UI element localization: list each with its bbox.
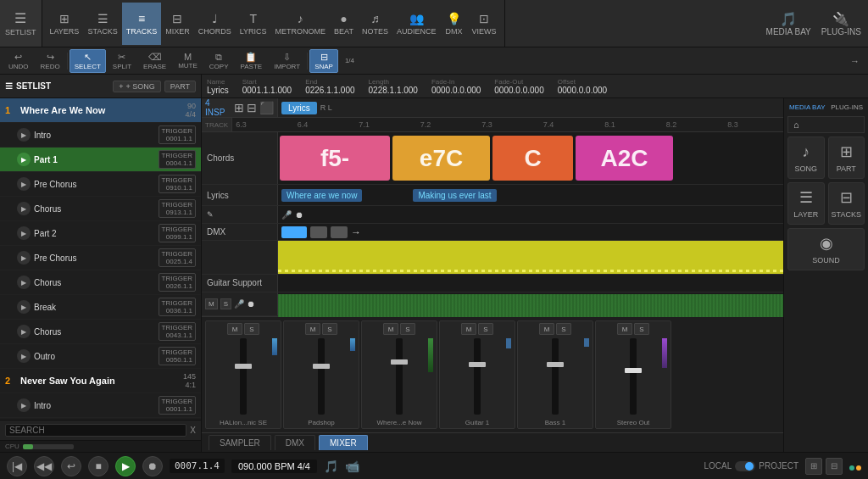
dmx-track-content[interactable]: → bbox=[278, 224, 783, 241]
stereoout-m-btn[interactable]: M bbox=[617, 323, 632, 335]
guitar1-s-btn[interactable]: S bbox=[478, 323, 493, 335]
toolbar-views[interactable]: ⊡VIEWS bbox=[467, 3, 500, 45]
erase-btn[interactable]: ⌫ERASE bbox=[138, 49, 171, 73]
part-play-chorus2[interactable]: ▶ bbox=[17, 276, 31, 289]
bass1-s-btn[interactable]: S bbox=[556, 323, 571, 335]
guitar-m-btn[interactable]: M bbox=[205, 298, 218, 309]
padshop-fader-handle[interactable] bbox=[313, 364, 330, 369]
transport-back-to-start[interactable]: |◀ bbox=[7, 456, 27, 476]
part-play-chorus1[interactable]: ▶ bbox=[17, 202, 31, 215]
part-play-intro[interactable]: ▶ bbox=[17, 128, 31, 142]
part-play-break[interactable]: ▶ bbox=[17, 300, 31, 314]
toolbar-stacks[interactable]: ☰STACKS bbox=[83, 3, 121, 45]
copy-btn[interactable]: ⧉COPY bbox=[204, 49, 234, 73]
toolbar-mixer[interactable]: ⊟MIXER bbox=[161, 3, 194, 45]
media-bay-section[interactable]: 🎵 MEDIA BAY 🔌 PLUG-INS bbox=[760, 0, 868, 47]
transport-video-icon[interactable]: 📹 bbox=[345, 460, 359, 473]
part-item-break[interactable]: ▶ Break TRIGGER0036.1.1 bbox=[0, 295, 201, 320]
part-item-prechorus1[interactable]: ▶ Pre Chorus TRIGGER0910.1.1 bbox=[0, 172, 201, 197]
part-media-btn[interactable]: ⊞ PART bbox=[828, 136, 865, 179]
toolbar-chords[interactable]: ♩CHORDS bbox=[194, 3, 236, 45]
select-btn[interactable]: ↖SELECT bbox=[70, 49, 106, 73]
chords-track-content[interactable]: f5- e7C C A2C bbox=[278, 132, 783, 183]
part-item-s2-intro[interactable]: ▶ Intro TRIGGER0001.1.1 bbox=[0, 393, 201, 418]
part-item-chorus2[interactable]: ▶ Chorus TRIGGER0026.1.1 bbox=[0, 270, 201, 295]
song-item-2[interactable]: 2 Never Saw You Again 1454:1 bbox=[0, 369, 201, 393]
track-highlight-icon[interactable]: ⬛ bbox=[259, 101, 274, 114]
lyric-clip-1[interactable]: Where are we now bbox=[281, 189, 362, 202]
quantize-btn[interactable]: 1/4 bbox=[340, 54, 359, 67]
view-btn-2[interactable]: ⊟ bbox=[826, 458, 843, 475]
part-item-chorus1[interactable]: ▶ Chorus TRIGGER0913.1.1 bbox=[0, 197, 201, 221]
dmx-ctrl-block2[interactable] bbox=[310, 226, 327, 238]
toolbar-audience[interactable]: 👥AUDIENCE bbox=[392, 3, 441, 45]
media-bay-btn[interactable]: 🎵 MEDIA BAY bbox=[766, 11, 811, 36]
undo-btn[interactable]: ↩UNDO bbox=[3, 49, 34, 73]
dmx-ctrl-block3[interactable] bbox=[331, 226, 348, 238]
transport-rewind[interactable]: ◀◀ bbox=[34, 456, 54, 476]
guitar1-fader-handle[interactable] bbox=[469, 362, 486, 367]
sound-media-btn[interactable]: ◉ SOUND bbox=[787, 228, 865, 270]
wherenow-m-btn[interactable]: M bbox=[383, 323, 398, 335]
transport-back[interactable]: ↩ bbox=[61, 456, 81, 476]
transport-record[interactable]: ⏺ bbox=[142, 456, 163, 476]
guitar-waveform-content[interactable] bbox=[278, 294, 783, 317]
chord-block-3[interactable]: C bbox=[492, 136, 573, 180]
add-part-button[interactable]: PART bbox=[164, 81, 196, 92]
transport-play[interactable]: ▶ bbox=[115, 456, 136, 476]
import-btn[interactable]: ⇩IMPORT bbox=[269, 49, 305, 73]
padshop-m-btn[interactable]: M bbox=[305, 323, 320, 335]
halion-fader-handle[interactable] bbox=[235, 364, 252, 369]
home-icon[interactable]: ⌂ bbox=[793, 120, 799, 130]
stacks-media-btn[interactable]: ⊟ STACKS bbox=[828, 182, 865, 225]
mic-icon[interactable]: 🎤 bbox=[281, 210, 292, 220]
mute-btn[interactable]: MMUTE bbox=[173, 49, 203, 72]
lyric-clip-2[interactable]: Making us ever last bbox=[413, 189, 496, 202]
toolbar-beat[interactable]: ●BEAT bbox=[330, 3, 358, 45]
chord-block-2[interactable]: e7C bbox=[392, 136, 490, 180]
search-clear-btn[interactable]: X bbox=[190, 426, 196, 435]
bass1-m-btn[interactable]: M bbox=[539, 323, 554, 335]
part-play-chorus3[interactable]: ▶ bbox=[17, 325, 31, 338]
toolbar-notes[interactable]: ♬NOTES bbox=[358, 3, 392, 45]
lyrics-track-content[interactable]: Where are we now Making us ever last bbox=[278, 185, 783, 205]
track-ctrl-icon2[interactable]: ⊟ bbox=[247, 101, 257, 114]
dmx-tab[interactable]: DMX bbox=[275, 435, 315, 450]
mixer-tab[interactable]: MIXER bbox=[319, 435, 368, 450]
part-play-outro[interactable]: ▶ bbox=[17, 349, 31, 363]
wherenow-s-btn[interactable]: S bbox=[400, 323, 415, 335]
setlist-scroll[interactable]: 1 Where Are We Now 904/4 ▶ Intro TRIGGER… bbox=[0, 98, 201, 420]
halion-m-btn[interactable]: M bbox=[227, 323, 242, 335]
lyrics-clip[interactable]: Lyrics bbox=[281, 102, 317, 114]
dmx-ctrl-block1[interactable] bbox=[281, 226, 307, 238]
toolbar-tracks[interactable]: ≡TRACKS bbox=[122, 3, 162, 45]
part-play-prechorus2[interactable]: ▶ bbox=[17, 251, 31, 265]
part-item-part1[interactable]: ▶ Part 1 TRIGGER0004.1.1 bbox=[0, 148, 201, 172]
paste-btn[interactable]: 📋PASTE bbox=[236, 49, 268, 73]
stereoout-fader-handle[interactable] bbox=[625, 368, 642, 373]
song-media-btn[interactable]: ♪ SONG bbox=[787, 136, 825, 179]
chord-block-4[interactable]: A2C bbox=[576, 136, 673, 180]
part-item-outro[interactable]: ▶ Outro TRIGGER0050.1.1 bbox=[0, 344, 201, 369]
forward-btn[interactable]: → bbox=[845, 53, 865, 69]
snap-btn[interactable]: ⊟SNAP bbox=[309, 49, 338, 73]
local-toggle[interactable] bbox=[735, 461, 755, 471]
part-play-prechorus1[interactable]: ▶ bbox=[17, 177, 31, 191]
part-item-part2[interactable]: ▶ Part 2 TRIGGER0099.1.1 bbox=[0, 221, 201, 246]
toolbar-lyrics[interactable]: TLYRICS bbox=[236, 3, 271, 45]
track-ctrl-icon1[interactable]: ⊞ bbox=[234, 101, 244, 114]
part-play-s2-intro[interactable]: ▶ bbox=[17, 398, 31, 412]
song-item-1[interactable]: 1 Where Are We Now 904/4 bbox=[0, 98, 201, 123]
stereoout-s-btn[interactable]: S bbox=[634, 323, 649, 335]
part-play-part2[interactable]: ▶ bbox=[17, 226, 31, 240]
search-input[interactable] bbox=[5, 424, 186, 437]
halion-s-btn[interactable]: S bbox=[244, 323, 259, 335]
transport-metronome-icon[interactable]: 🎵 bbox=[324, 460, 338, 473]
padshop-s-btn[interactable]: S bbox=[322, 323, 337, 335]
plug-ins-btn[interactable]: 🔌 PLUG-INS bbox=[821, 11, 861, 36]
rec-icon[interactable]: ⏺ bbox=[295, 210, 303, 220]
add-song-button[interactable]: + + SONG bbox=[113, 81, 161, 92]
part-item-prechorus2[interactable]: ▶ Pre Chorus TRIGGER0025.1.4 bbox=[0, 246, 201, 270]
bass1-fader-handle[interactable] bbox=[547, 362, 564, 367]
toolbar-dmx[interactable]: 💡DMX bbox=[440, 3, 467, 45]
